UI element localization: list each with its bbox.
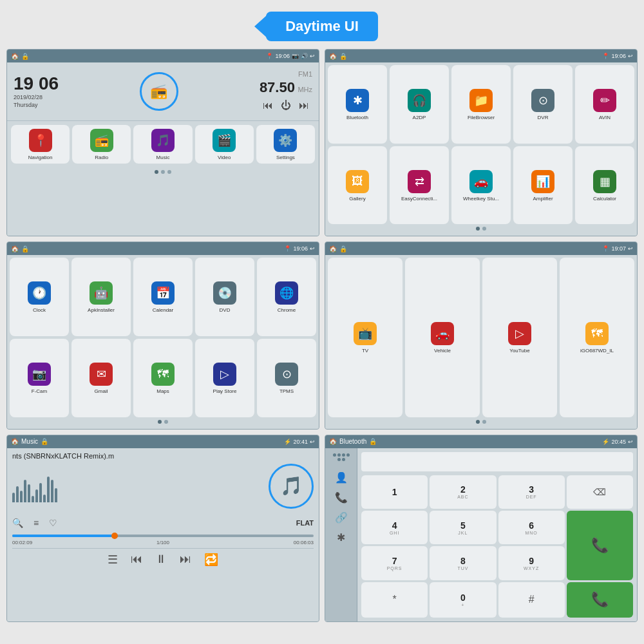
video-label: Video <box>218 155 231 161</box>
heart-icon[interactable]: ♡ <box>49 518 57 528</box>
app-gmail[interactable]: ✉ Gmail <box>71 339 131 417</box>
repeat-btn[interactable]: 🔁 <box>204 553 218 567</box>
dial-1[interactable]: 1 <box>361 475 428 509</box>
app-vehicle[interactable]: 🚗 Vehicle <box>405 258 480 417</box>
back-icon-4: ↩ <box>628 245 633 252</box>
dial-call-2[interactable]: 📞 <box>567 582 633 618</box>
dial-4[interactable]: 4 GHI <box>361 511 428 544</box>
dial-6[interactable]: 6 MNO <box>498 511 565 544</box>
app-chrome[interactable]: 🌐 Chrome <box>257 258 316 336</box>
app-dvr[interactable]: ⊙ DVR <box>513 65 573 144</box>
music-visual: 🎵 <box>12 464 314 509</box>
menu-btn[interactable]: ☰ <box>108 553 118 567</box>
a2dp-label: A2DP <box>413 115 426 121</box>
link-icon[interactable]: 🔗 <box>335 511 348 524</box>
filebrowser-icon: 📁 <box>469 89 493 112</box>
app-gallery[interactable]: 🖼 Gallery <box>328 146 387 225</box>
maps-icon: 🗺 <box>151 363 175 386</box>
clock-time: 19 06 <box>14 75 59 93</box>
next-btn[interactable]: ⏭ <box>180 553 191 566</box>
dial-5[interactable]: 5 JKL <box>430 511 496 544</box>
app-playstore[interactable]: ▷ Play Store <box>195 339 254 417</box>
prev-prev-btn[interactable]: ⏮ <box>263 100 273 111</box>
dial-content: 👤 📞 🔗 ✱ 1 2 ABC <box>325 448 637 621</box>
app-youtube[interactable]: ▷ YouTube <box>482 258 557 417</box>
igo-label: iGO687WD_IL <box>580 348 614 354</box>
app-clock[interactable]: 🕐 Clock <box>10 258 69 336</box>
app-calendar[interactable]: 📅 Calendar <box>133 258 193 336</box>
app-wheelkey[interactable]: 🚗 Wheelkey Stu... <box>451 146 511 225</box>
calculator-label: Calculator <box>593 196 616 202</box>
app-amplifier[interactable]: 📊 Amplifier <box>513 146 573 225</box>
radio-icon: 📻 <box>90 129 113 152</box>
dial-delete[interactable]: ⌫ <box>567 475 633 509</box>
dial-3[interactable]: 3 DEF <box>498 475 565 509</box>
music-bottom-row: 🔍 ≡ ♡ FLAT <box>12 514 314 532</box>
app-fcam[interactable]: 📷 F-Cam <box>10 339 69 417</box>
app-tpms[interactable]: ⊙ TPMS <box>257 339 316 417</box>
status-bar-4: 🏠 🔒 📍 19:07 ↩ <box>325 242 637 255</box>
apps2-grid: 🕐 Clock 🤖 ApkInstaller 📅 Calendar 💿 DVD … <box>10 258 316 417</box>
eq-bar-9 <box>43 495 46 502</box>
app-easyconnect[interactable]: ⇄ EasyConnecti... <box>390 146 449 225</box>
app-avin[interactable]: ✏ AVIN <box>575 65 634 144</box>
search-music-icon[interactable]: 🔍 <box>12 518 23 528</box>
dial-hash[interactable]: # <box>498 582 565 618</box>
dot-4-2 <box>482 420 486 424</box>
prev-btn[interactable]: ⏮ <box>131 553 142 566</box>
navigation-icon: 📍 <box>29 129 52 152</box>
gmail-label: Gmail <box>95 388 108 395</box>
music-title-bar: Music <box>21 438 38 445</box>
power-btn[interactable]: ⏻ <box>281 100 291 111</box>
maps-label: Maps <box>156 388 169 395</box>
dvr-icon: ⊙ <box>531 89 554 112</box>
back-icon-5: ↩ <box>310 439 315 445</box>
list-icon[interactable]: ≡ <box>33 518 39 528</box>
playstore-icon: ▷ <box>213 363 236 386</box>
dial-7[interactable]: 7 PQRS <box>361 546 428 580</box>
fcam-label: F-Cam <box>32 388 47 395</box>
dots-sidebar <box>332 453 351 461</box>
lock-icon-5: 🔒 <box>41 438 48 445</box>
app-igo[interactable]: 🗺 iGO687WD_IL <box>560 258 634 417</box>
dial-star[interactable]: * <box>361 582 428 618</box>
app-filebrowser[interactable]: 📁 FileBrowser <box>451 65 511 144</box>
dvr-label: DVR <box>538 115 549 121</box>
app-bluetooth[interactable]: ✱ Bluetooth <box>328 65 387 144</box>
video-icon: 🎬 <box>213 129 236 152</box>
screen-music: 🏠 Music 🔒 ⚡ 20:41 ↩ nts (SNBRNxKLATCH Re… <box>6 435 319 622</box>
app-apkinstaller[interactable]: 🤖 ApkInstaller <box>71 258 131 336</box>
app-navigation[interactable]: 📍 Navigation <box>11 125 70 164</box>
status-bar-6: 🏠 Bluetooth 🔒 ⚡ 20:45 ↩ <box>325 435 637 448</box>
app-maps[interactable]: 🗺 Maps <box>133 339 193 417</box>
app-dvd[interactable]: 💿 DVD <box>195 258 254 336</box>
app-tv[interactable]: 📺 TV <box>328 258 402 417</box>
dial-9[interactable]: 9 WXYZ <box>498 546 565 580</box>
vehicle-label: Vehicle <box>434 348 451 354</box>
dial-2[interactable]: 2 ABC <box>430 475 496 509</box>
dial-0[interactable]: 0 + <box>430 582 496 618</box>
app-radio[interactable]: 📻 Radio <box>72 125 131 164</box>
app-settings[interactable]: ⚙️ Settings <box>256 125 315 164</box>
sidebar-dot <box>333 453 336 457</box>
next-next-btn[interactable]: ⏭ <box>299 100 309 111</box>
eq-bar-6 <box>32 496 34 502</box>
amplifier-icon: 📊 <box>531 170 554 193</box>
app-a2dp[interactable]: 🎧 A2DP <box>390 65 449 144</box>
screen-dial: 🏠 Bluetooth 🔒 ⚡ 20:45 ↩ 👤 <box>325 435 638 622</box>
vehicle-icon: 🚗 <box>431 322 454 345</box>
app-music[interactable]: 🎵 Music <box>133 125 192 164</box>
dot-3 <box>167 170 171 174</box>
radio-icon-circle: 📻 <box>140 72 178 111</box>
progress-bar[interactable] <box>12 535 314 537</box>
app-video[interactable]: 🎬 Video <box>195 125 254 164</box>
bluetooth-icon-sidebar[interactable]: ✱ <box>337 531 345 544</box>
contacts-icon[interactable]: 👤 <box>335 471 348 484</box>
dial-8[interactable]: 8 TUV <box>430 546 496 580</box>
call-icon[interactable]: 📞 <box>335 491 348 504</box>
play-pause-btn[interactable]: ⏸ <box>155 553 167 566</box>
dial-call-1[interactable]: 📞 <box>567 511 633 580</box>
wheelkey-icon: 🚗 <box>469 170 493 193</box>
time-current: 00:02:09 <box>12 540 32 545</box>
app-calculator[interactable]: ▦ Calculator <box>575 146 634 225</box>
